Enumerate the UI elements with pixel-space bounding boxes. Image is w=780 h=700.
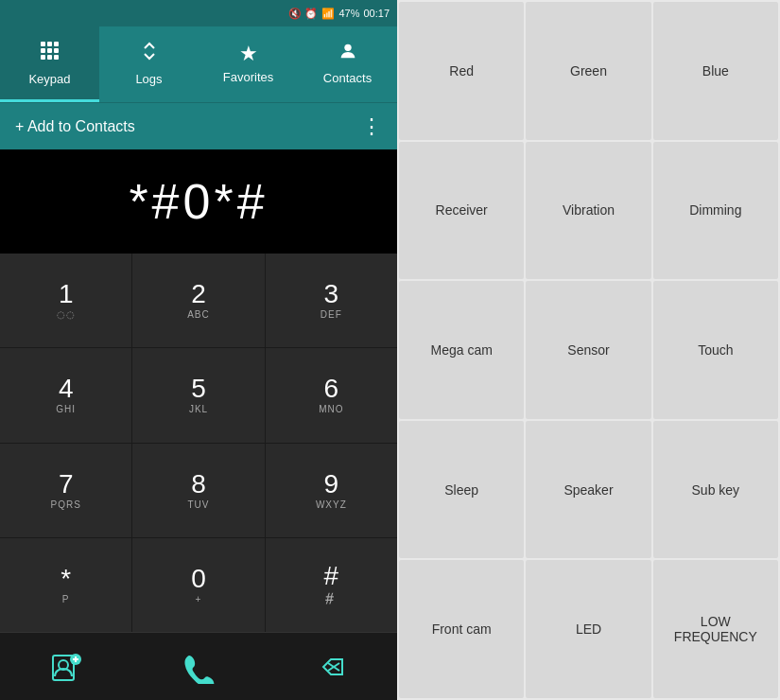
svg-rect-0 xyxy=(41,42,45,46)
grid-item-sub-key[interactable]: Sub key xyxy=(653,421,778,559)
grid-item-red-label: Red xyxy=(449,63,474,79)
key-8[interactable]: 8 TUV xyxy=(132,444,264,537)
logs-icon xyxy=(138,40,161,68)
svg-rect-2 xyxy=(54,42,59,46)
add-contacts-left[interactable]: + Add to Contacts xyxy=(15,118,135,135)
delete-button[interactable] xyxy=(265,633,397,700)
grid-item-blue-label: Blue xyxy=(702,63,729,79)
grid-item-front-cam-label: Front cam xyxy=(432,621,492,637)
grid-item-speaker[interactable]: Speaker xyxy=(526,421,650,559)
favorites-icon: ★ xyxy=(239,42,258,66)
action-bar xyxy=(0,632,397,700)
key-0[interactable]: 0 + xyxy=(132,538,264,632)
grid-item-dimming-label: Dimming xyxy=(689,202,741,218)
grid-item-receiver-label: Receiver xyxy=(436,202,488,218)
svg-rect-6 xyxy=(41,55,45,60)
key-6[interactable]: 6 MNO xyxy=(266,348,397,442)
dialed-number-text: *#0*# xyxy=(129,173,268,230)
grid-item-low-frequency[interactable]: LOW FREQUENCY xyxy=(653,560,778,698)
tab-favorites-label: Favorites xyxy=(223,70,273,84)
tab-bar: Keypad Logs ★ Favorites Contacts xyxy=(0,26,397,102)
grid-item-vibration[interactable]: Vibration xyxy=(526,142,650,280)
grid-item-touch[interactable]: Touch xyxy=(653,281,778,419)
grid-item-dimming[interactable]: Dimming xyxy=(653,142,778,280)
svg-rect-7 xyxy=(47,55,52,60)
grid-item-sensor[interactable]: Sensor xyxy=(526,281,650,419)
add-to-contacts-button[interactable] xyxy=(0,633,132,700)
keypad-icon xyxy=(39,40,61,68)
svg-point-9 xyxy=(344,44,351,51)
grid-item-vibration-label: Vibration xyxy=(563,202,615,218)
tab-favorites[interactable]: ★ Favorites xyxy=(199,26,298,102)
svg-rect-1 xyxy=(47,42,52,46)
grid-item-sleep[interactable]: Sleep xyxy=(399,421,524,559)
grid-item-led-label: LED xyxy=(576,621,601,637)
tab-logs-label: Logs xyxy=(135,72,162,86)
call-button[interactable] xyxy=(132,633,265,700)
add-to-contacts-label: + Add to Contacts xyxy=(15,118,135,135)
grid-item-green[interactable]: Green xyxy=(526,2,650,140)
grid-item-sensor-label: Sensor xyxy=(567,342,609,358)
right-panel: Red Green Blue Receiver Vibration Dimmin… xyxy=(397,0,780,700)
grid-item-mega-cam-label: Mega cam xyxy=(430,342,492,358)
key-hash[interactable]: # xyxy=(266,538,397,632)
tab-contacts[interactable]: Contacts xyxy=(298,26,397,102)
key-2[interactable]: 2 ABC xyxy=(132,254,264,347)
grid-item-mega-cam[interactable]: Mega cam xyxy=(399,281,524,419)
tab-keypad[interactable]: Keypad xyxy=(0,26,99,102)
tab-contacts-label: Contacts xyxy=(323,71,372,85)
grid-item-green-label: Green xyxy=(570,63,607,79)
battery-text: 47% xyxy=(338,8,359,19)
key-star[interactable]: * P xyxy=(0,538,131,632)
status-icons: 🔇 ⏰ xyxy=(288,8,318,20)
grid-item-receiver[interactable]: Receiver xyxy=(399,142,524,280)
svg-rect-5 xyxy=(54,48,59,53)
grid-item-front-cam[interactable]: Front cam xyxy=(399,560,524,698)
grid-item-red[interactable]: Red xyxy=(399,2,524,140)
key-4[interactable]: 4 GHI xyxy=(0,348,131,442)
key-1[interactable]: 1 ◌◌ xyxy=(0,254,131,347)
grid-item-sleep-label: Sleep xyxy=(444,482,478,498)
grid-item-touch-label: Touch xyxy=(698,342,733,358)
add-contacts-bar: + Add to Contacts ⋮ xyxy=(0,102,397,149)
key-7[interactable]: 7 PQRS xyxy=(0,444,131,537)
key-3[interactable]: 3 DEF xyxy=(266,254,397,347)
svg-rect-8 xyxy=(54,55,59,60)
key-9[interactable]: 9 WXYZ xyxy=(266,444,397,537)
keypad-grid: 1 ◌◌ 2 ABC 3 DEF 4 GHI 5 JKL 6 MNO 7 PQR… xyxy=(0,254,397,632)
grid-item-sub-key-label: Sub key xyxy=(692,482,740,498)
svg-rect-4 xyxy=(47,48,52,53)
grid-item-low-frequency-label: LOW FREQUENCY xyxy=(674,614,757,644)
grid-item-led[interactable]: LED xyxy=(526,560,650,698)
contacts-icon xyxy=(338,41,358,67)
signal-icons: 📶 xyxy=(321,8,335,20)
key-5[interactable]: 5 JKL xyxy=(132,348,264,442)
grid-item-blue[interactable]: Blue xyxy=(653,2,778,140)
tab-logs[interactable]: Logs xyxy=(99,26,199,102)
dialed-number-display: *#0*# xyxy=(0,149,397,254)
svg-rect-3 xyxy=(41,48,45,53)
left-panel: 🔇 ⏰ 📶 47% 00:17 Keypad xyxy=(0,0,397,700)
tab-keypad-label: Keypad xyxy=(28,72,70,86)
status-bar: 🔇 ⏰ 📶 47% 00:17 xyxy=(0,0,397,26)
time-display: 00:17 xyxy=(363,8,390,19)
more-options-button[interactable]: ⋮ xyxy=(361,114,382,139)
grid-item-speaker-label: Speaker xyxy=(563,482,613,498)
